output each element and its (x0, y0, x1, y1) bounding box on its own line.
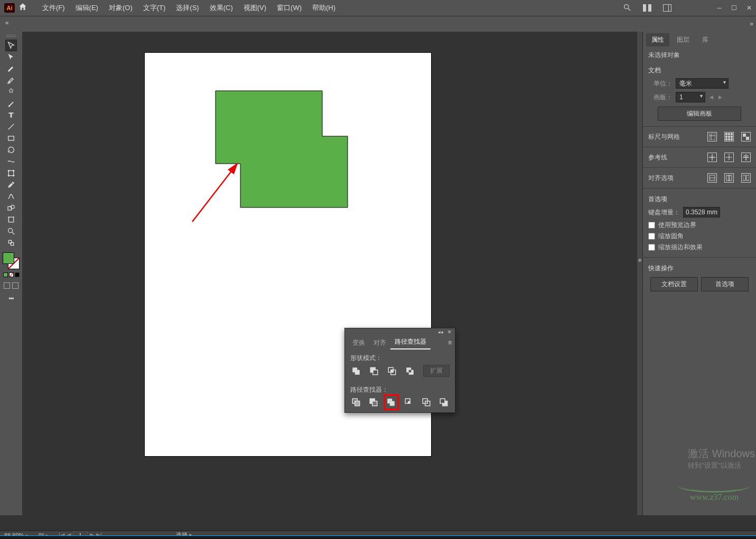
pen-tool[interactable] (6, 63, 16, 74)
width-tool[interactable] (6, 156, 16, 167)
edit-artboards-button[interactable]: 编辑画板 (658, 107, 741, 121)
toolbar-collapse-icon[interactable]: « (5, 19, 13, 26)
menu-edit[interactable]: 编辑(E) (70, 3, 104, 13)
merge-button[interactable] (386, 396, 397, 408)
draw-normal-icon[interactable] (4, 282, 10, 289)
eyedropper-tool[interactable] (6, 179, 16, 190)
panel-collapse-icon[interactable]: » (750, 20, 753, 27)
menu-window[interactable]: 窗口(W) (272, 3, 307, 13)
window-controls: ─ ☐ ✕ (717, 0, 752, 16)
fill-stroke-swatches[interactable] (3, 252, 20, 269)
rectangle-tool[interactable] (6, 133, 16, 144)
drawing-mode-icons (4, 282, 18, 289)
panel-collapse-icon[interactable]: ◂◂ (438, 329, 443, 335)
mini-gradient-icon[interactable] (15, 272, 20, 277)
snap-grid-icon[interactable] (741, 173, 751, 183)
workspace-switcher-icon[interactable] (663, 4, 671, 12)
toolbar-grip-icon[interactable] (3, 34, 20, 38)
ruler-icon[interactable] (707, 132, 717, 141)
snap-point-icon[interactable] (724, 173, 734, 183)
crop-button[interactable] (403, 396, 414, 408)
divide-button[interactable] (350, 396, 361, 408)
units-select[interactable]: 毫米 (676, 78, 729, 89)
panel-close-icon[interactable]: ✕ (447, 329, 452, 335)
expand-button[interactable]: 扩展 (423, 365, 450, 377)
shape-modes-row: 扩展 (345, 365, 455, 381)
window-maximize-icon[interactable]: ☐ (731, 4, 737, 12)
svg-rect-36 (743, 134, 746, 137)
hand-tool[interactable] (6, 238, 16, 248)
type-tool[interactable] (6, 110, 16, 120)
keyboard-increment-input[interactable] (683, 207, 720, 218)
outline-button[interactable] (421, 396, 432, 408)
curvature-tool[interactable] (6, 75, 16, 86)
window-minimize-icon[interactable]: ─ (717, 4, 722, 12)
grid-icon[interactable] (724, 132, 734, 141)
direct-selection-tool[interactable] (6, 52, 16, 62)
fill-swatch[interactable] (3, 252, 14, 264)
window-close-icon[interactable]: ✕ (746, 4, 752, 12)
menu-select[interactable]: 选择(S) (171, 3, 204, 13)
panel-title-bar[interactable]: ◂◂ ✕ (345, 328, 455, 336)
minus-back-button[interactable] (438, 396, 450, 408)
menu-help[interactable]: 帮助(H) (307, 3, 341, 13)
next-artboard-icon[interactable]: ▶ (718, 94, 722, 100)
artboard-label: 画板： (648, 93, 673, 102)
svg-point-2 (9, 82, 10, 82)
minus-front-button[interactable] (368, 365, 380, 377)
tab-properties[interactable]: 属性 (646, 33, 669, 46)
tab-layers[interactable]: 图层 (671, 33, 695, 46)
artboard-select[interactable]: 1 (676, 92, 705, 102)
scale-strokes-checkbox[interactable]: 缩放描边和效果 (648, 243, 751, 252)
mini-color-icon[interactable] (3, 272, 8, 277)
guides-toggle-icon[interactable] (707, 153, 717, 162)
panel-menu-icon[interactable]: ≡ (448, 339, 452, 346)
selection-tool[interactable] (6, 40, 16, 51)
draw-behind-icon[interactable] (12, 282, 18, 289)
tools-panel: ••• (0, 32, 22, 515)
exclude-button[interactable] (404, 365, 416, 377)
artboard-tool[interactable] (6, 214, 16, 225)
menu-type[interactable]: 文字(T) (138, 3, 171, 13)
smart-guides-icon[interactable] (741, 153, 751, 162)
transparency-grid-icon[interactable] (741, 132, 751, 141)
menu-view[interactable]: 视图(V) (238, 3, 272, 13)
arrange-documents-icon[interactable] (643, 4, 651, 12)
zoom-tool[interactable] (6, 226, 16, 237)
document-setup-button[interactable]: 文档设置 (650, 277, 698, 291)
menu-object[interactable]: 对象(O) (104, 3, 138, 13)
guides-lock-icon[interactable] (724, 153, 734, 162)
intersect-button[interactable] (386, 365, 398, 377)
tab-libraries[interactable]: 库 (697, 33, 714, 46)
tab-align[interactable]: 对齐 (369, 336, 390, 349)
preview-bounds-checkbox[interactable]: 使用预览边界 (648, 221, 751, 230)
right-dock-handle[interactable] (637, 32, 642, 515)
line-tool[interactable] (6, 121, 16, 132)
svg-rect-23 (391, 370, 394, 372)
home-icon[interactable] (18, 2, 27, 14)
snap-pixel-icon[interactable] (707, 173, 717, 183)
menu-file[interactable]: 文件(F) (37, 3, 70, 13)
free-transform-tool[interactable] (6, 168, 16, 178)
mini-none-icon[interactable] (9, 272, 14, 277)
properties-panel-tabs: 属性 图层 库 (643, 32, 756, 46)
preferences-button[interactable]: 首选项 (701, 277, 749, 291)
magic-wand-tool[interactable] (6, 87, 16, 97)
menu-effect[interactable]: 效果(C) (204, 3, 238, 13)
prev-artboard-icon[interactable]: ◀ (710, 94, 713, 100)
blend-tool[interactable] (6, 191, 16, 202)
tab-transform[interactable]: 变换 (348, 336, 369, 349)
rotate-tool[interactable] (6, 145, 16, 155)
pathfinder-panel[interactable]: ◂◂ ✕ 变换 对齐 路径查找器 ≡ 形状模式： 扩展 路径查找器： (344, 328, 455, 413)
paintbrush-tool[interactable] (6, 98, 16, 109)
canvas-area[interactable]: ◂◂ ✕ 变换 对齐 路径查找器 ≡ 形状模式： 扩展 路径查找器： (22, 32, 637, 515)
trim-button[interactable] (368, 396, 379, 408)
shape-builder-tool[interactable] (6, 203, 16, 213)
unite-button[interactable] (350, 365, 362, 377)
scale-corners-checkbox[interactable]: 缩放圆角 (648, 232, 751, 241)
svg-rect-20 (373, 370, 378, 374)
search-icon[interactable] (623, 3, 631, 13)
edit-toolbar-icon[interactable]: ••• (8, 295, 14, 302)
tab-pathfinder[interactable]: 路径查找器 (390, 335, 431, 349)
annotation-arrow-icon (187, 158, 245, 227)
